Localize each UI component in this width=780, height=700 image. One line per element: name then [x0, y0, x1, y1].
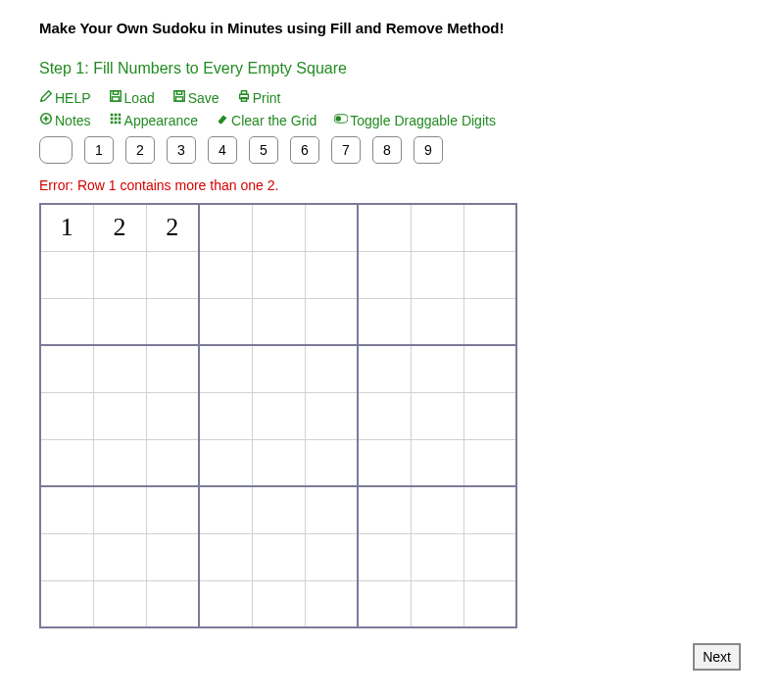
grid-cell[interactable]	[93, 251, 146, 298]
grid-cell[interactable]: 2	[146, 204, 199, 251]
grid-cell[interactable]	[411, 533, 463, 580]
grid-cell[interactable]	[40, 298, 93, 345]
grid-cell[interactable]	[305, 251, 358, 298]
grid-cell[interactable]	[40, 392, 93, 439]
grid-cell[interactable]	[463, 439, 516, 486]
grid-cell[interactable]	[146, 298, 199, 345]
grid-cell[interactable]	[146, 392, 199, 439]
grid-cell[interactable]	[305, 439, 358, 486]
grid-cell[interactable]	[40, 533, 93, 580]
grid-cell[interactable]	[252, 298, 305, 345]
grid-cell[interactable]	[93, 486, 146, 533]
digit-button-4[interactable]: 4	[208, 136, 237, 164]
grid-cell[interactable]	[358, 345, 411, 392]
grid-cell[interactable]	[358, 580, 411, 627]
grid-cell[interactable]	[411, 345, 463, 392]
grid-cell[interactable]	[93, 392, 146, 439]
grid-cell[interactable]	[199, 392, 252, 439]
digit-button-2[interactable]: 2	[125, 136, 155, 164]
grid-cell[interactable]	[252, 533, 305, 580]
grid-cell[interactable]	[411, 392, 463, 439]
grid-cell[interactable]	[463, 204, 516, 251]
grid-cell[interactable]	[463, 486, 516, 533]
grid-cell[interactable]	[305, 204, 358, 251]
grid-cell[interactable]	[305, 580, 358, 627]
grid-cell[interactable]	[305, 533, 358, 580]
help-button[interactable]: HELP	[39, 89, 91, 106]
grid-cell[interactable]	[146, 439, 199, 486]
grid-cell[interactable]	[199, 439, 252, 486]
erase-button[interactable]	[39, 136, 73, 164]
grid-cell[interactable]	[305, 298, 358, 345]
grid-cell[interactable]	[463, 580, 516, 627]
grid-cell[interactable]	[146, 580, 199, 627]
grid-cell[interactable]	[93, 580, 146, 627]
grid-cell[interactable]	[358, 486, 411, 533]
grid-cell[interactable]	[411, 251, 463, 298]
grid-cell[interactable]: 1	[40, 204, 93, 251]
clear-grid-button[interactable]: Clear the Grid	[216, 112, 317, 128]
grid-cell[interactable]	[305, 392, 358, 439]
grid-cell[interactable]	[40, 580, 93, 627]
grid-cell[interactable]	[252, 439, 305, 486]
grid-cell[interactable]	[305, 345, 358, 392]
grid-cell[interactable]	[411, 486, 463, 533]
grid-cell[interactable]	[252, 392, 305, 439]
grid-cell[interactable]	[40, 345, 93, 392]
grid-cell[interactable]	[199, 486, 252, 533]
grid-cell[interactable]	[40, 251, 93, 298]
grid-cell[interactable]	[358, 533, 411, 580]
grid-cell[interactable]	[411, 204, 463, 251]
digit-button-9[interactable]: 9	[414, 136, 443, 164]
grid-cell[interactable]	[199, 298, 252, 345]
grid-cell[interactable]	[358, 439, 411, 486]
print-button[interactable]: Print	[237, 89, 281, 106]
grid-cell[interactable]	[40, 486, 93, 533]
appearance-button[interactable]: Appearance	[109, 112, 199, 128]
grid-cell[interactable]	[252, 251, 305, 298]
grid-cell[interactable]	[146, 251, 199, 298]
grid-cell[interactable]	[40, 439, 93, 486]
digit-button-5[interactable]: 5	[249, 136, 278, 164]
notes-button[interactable]: Notes	[39, 112, 91, 128]
grid-cell[interactable]	[146, 533, 199, 580]
save-button[interactable]: Save	[172, 89, 219, 106]
grid-cell[interactable]: 2	[93, 204, 146, 251]
grid-cell[interactable]	[199, 251, 252, 298]
grid-cell[interactable]	[463, 345, 516, 392]
digit-button-3[interactable]: 3	[167, 136, 196, 164]
grid-cell[interactable]	[411, 298, 463, 345]
grid-cell[interactable]	[199, 345, 252, 392]
digit-button-1[interactable]: 1	[84, 136, 114, 164]
grid-cell[interactable]	[252, 204, 305, 251]
grid-cell[interactable]	[463, 298, 516, 345]
grid-cell[interactable]	[146, 486, 199, 533]
grid-cell[interactable]	[199, 204, 252, 251]
digit-button-6[interactable]: 6	[290, 136, 319, 164]
grid-cell[interactable]	[463, 251, 516, 298]
grid-cell[interactable]	[358, 204, 411, 251]
grid-cell[interactable]	[146, 345, 199, 392]
digit-button-7[interactable]: 7	[331, 136, 361, 164]
grid-cell[interactable]	[411, 439, 463, 486]
grid-cell[interactable]	[358, 392, 411, 439]
grid-cell[interactable]	[199, 580, 252, 627]
grid-cell[interactable]	[93, 439, 146, 486]
toggle-draggable-button[interactable]: Toggle Draggable Digits	[334, 112, 496, 128]
grid-cell[interactable]	[93, 298, 146, 345]
next-button[interactable]: Next	[693, 643, 741, 671]
grid-cell[interactable]	[463, 392, 516, 439]
grid-cell[interactable]	[252, 486, 305, 533]
grid-cell[interactable]	[252, 345, 305, 392]
grid-cell[interactable]	[93, 345, 146, 392]
grid-cell[interactable]	[199, 533, 252, 580]
grid-cell[interactable]	[358, 298, 411, 345]
grid-cell[interactable]	[358, 251, 411, 298]
grid-cell[interactable]	[411, 580, 463, 627]
grid-cell[interactable]	[252, 580, 305, 627]
load-button[interactable]: Load	[109, 89, 155, 106]
grid-cell[interactable]	[93, 533, 146, 580]
grid-cell[interactable]	[305, 486, 358, 533]
digit-button-8[interactable]: 8	[372, 136, 402, 164]
grid-cell[interactable]	[463, 533, 516, 580]
